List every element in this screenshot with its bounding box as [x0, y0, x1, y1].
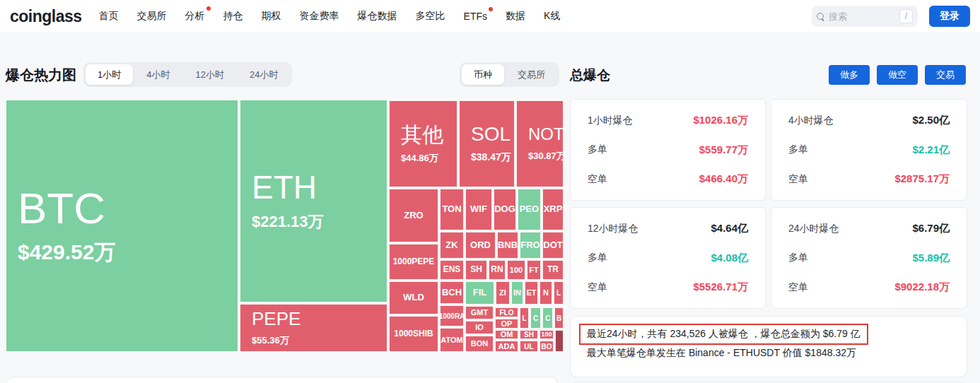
- treemap-tile-BTC[interactable]: BTC$429.52万: [6, 100, 238, 352]
- treemap-tile-ZRO[interactable]: ZRO: [389, 189, 438, 242]
- nav-item[interactable]: 数据: [506, 10, 525, 23]
- tile-symbol: BO: [542, 343, 552, 350]
- long-label: 多单: [788, 252, 808, 264]
- long-value: $2.21亿: [912, 143, 950, 157]
- treemap-tile-FRO[interactable]: FRO: [520, 232, 541, 259]
- nav-item[interactable]: 多空比: [416, 10, 445, 23]
- time-tab[interactable]: 24小时: [238, 64, 290, 85]
- time-tab[interactable]: 4小时: [134, 64, 182, 85]
- treemap-tile-BON[interactable]: BON: [465, 336, 494, 352]
- treemap-tile-ADA[interactable]: ADA: [495, 341, 518, 352]
- treemap-tile-WIF[interactable]: WIF: [465, 189, 492, 230]
- nav-item[interactable]: 首页: [99, 10, 119, 23]
- treemap-tile-ETH[interactable]: ETH$221.13万: [240, 100, 387, 302]
- tile-symbol: SH: [524, 331, 534, 338]
- time-tab[interactable]: 12小时: [183, 64, 235, 85]
- treemap-tile-UL[interactable]: UL: [520, 341, 538, 352]
- treemap-tile-OP[interactable]: OP: [495, 319, 518, 329]
- tile-symbol: ENS: [443, 265, 461, 274]
- treemap-tile-BO[interactable]: BO: [539, 341, 554, 352]
- treemap-tile-B[interactable]: B: [554, 307, 564, 329]
- treemap-tile-N[interactable]: N: [539, 281, 552, 305]
- logo[interactable]: coinglass: [10, 7, 82, 26]
- tile-symbol: N: [543, 288, 549, 297]
- treemap-tile-RN[interactable]: RN: [489, 260, 506, 280]
- treemap-tile-L[interactable]: L: [520, 307, 529, 329]
- treemap-tile-WLD[interactable]: WLD: [389, 281, 438, 314]
- long-button[interactable]: 做多: [829, 65, 870, 85]
- treemap-tile-TON[interactable]: TON: [440, 189, 464, 230]
- nav-item[interactable]: 期权: [262, 10, 281, 23]
- treemap-tile-其他[interactable]: 其他$44.86万: [389, 100, 457, 187]
- treemap-tile-100[interactable]: 100: [507, 260, 525, 280]
- treemap-tile-ET[interactable]: ET: [525, 281, 538, 305]
- long-value: $559.77万: [699, 143, 748, 157]
- treemap-tile-C[interactable]: C: [530, 307, 541, 329]
- treemap-tile-DOG[interactable]: DOG: [494, 189, 516, 230]
- tile-symbol: XRP: [544, 204, 563, 214]
- treemap-tile-1000RA[interactable]: 1000RA: [440, 305, 464, 326]
- card-total-value: $4.64亿: [711, 222, 748, 235]
- treemap-tile-IO[interactable]: IO: [465, 321, 494, 334]
- treemap-tile-XRP[interactable]: XRP: [542, 189, 564, 230]
- treemap-tile-PEO[interactable]: PEO: [518, 189, 541, 230]
- mode-tab[interactable]: 交易所: [506, 64, 557, 85]
- nav-item[interactable]: 爆仓数据: [358, 10, 397, 23]
- tile-symbol: C: [545, 314, 550, 322]
- search-shortcut-badge: /: [899, 9, 913, 23]
- tile-symbol: FLO: [500, 309, 514, 317]
- treemap-tile-TR[interactable]: TR: [542, 260, 564, 280]
- treemap-tile-FT[interactable]: FT: [527, 260, 541, 280]
- treemap-tile-FIL[interactable]: FIL: [465, 281, 494, 305]
- treemap-tile-ZI[interactable]: ZI: [496, 281, 510, 305]
- treemap-tile-OM[interactable]: OM: [495, 330, 518, 339]
- treemap-tile-BCH[interactable]: BCH: [440, 281, 464, 304]
- treemap-tile-SOL[interactable]: SOL$38.47万: [459, 100, 515, 187]
- treemap-tile-ZK[interactable]: ZK: [440, 232, 464, 259]
- trade-button[interactable]: 交易: [925, 65, 966, 85]
- treemap-tile-DOT[interactable]: DOT: [542, 232, 564, 259]
- time-tab[interactable]: 1小时: [86, 64, 133, 85]
- treemap-tile-SH[interactable]: SH: [465, 260, 487, 280]
- login-button[interactable]: 登录: [929, 6, 970, 27]
- tile-symbol: IO: [475, 323, 484, 331]
- treemap-tile-GMT[interactable]: GMT: [465, 306, 494, 319]
- treemap-tile-SH[interactable]: SH: [520, 330, 538, 339]
- card-12h: 12小时爆仓 $4.64亿 多单 $4.08亿 空单 $5526.71万: [570, 207, 766, 309]
- long-value: $4.08亿: [711, 252, 748, 265]
- nav-item[interactable]: ETFs: [464, 11, 487, 22]
- short-button[interactable]: 做空: [877, 65, 918, 85]
- nav-item[interactable]: 分析: [185, 10, 205, 23]
- tile-symbol: ET: [526, 288, 536, 297]
- nav-item[interactable]: 资金费率: [300, 10, 339, 23]
- search-box[interactable]: /: [812, 6, 918, 27]
- tile-symbol: BCH: [442, 288, 462, 297]
- treemap-tile-ORD[interactable]: ORD: [465, 232, 496, 259]
- treemap-tile-ATOM[interactable]: ATOM: [440, 328, 464, 352]
- nav-item[interactable]: K线: [544, 10, 560, 23]
- treemap-tile-PEPE[interactable]: PEPE$55.36万: [240, 304, 387, 352]
- treemap-tile-100[interactable]: 100: [539, 330, 554, 339]
- tile-symbol: DOG: [494, 204, 515, 214]
- nav-item[interactable]: 持仓: [223, 10, 243, 23]
- tile-value: $38.47万: [471, 151, 511, 164]
- treemap-tile-C[interactable]: C: [542, 307, 553, 329]
- treemap-tile-1000SHIB[interactable]: 1000SHIB: [389, 316, 438, 352]
- treemap-tile-BNB[interactable]: BNB: [497, 232, 518, 259]
- treemap-tile[interactable]: [555, 330, 564, 352]
- search-input[interactable]: [829, 11, 895, 22]
- tile-symbol: 1000PEPE: [393, 257, 435, 266]
- main-nav: 首页交易所分析持仓期权资金费率爆仓数据多空比ETFs数据K线: [99, 10, 561, 23]
- mode-tab[interactable]: 币种: [462, 64, 504, 85]
- treemap-tile-FLO[interactable]: FLO: [495, 307, 518, 317]
- tile-value: $30.87万: [528, 150, 564, 163]
- treemap-tile-NOT[interactable]: NOT$30.87万: [516, 100, 564, 187]
- treemap-tile-L[interactable]: L: [554, 281, 564, 305]
- card-total-value: $1026.16万: [693, 114, 748, 127]
- nav-item[interactable]: 交易所: [137, 10, 167, 23]
- tile-symbol: BON: [471, 339, 488, 348]
- treemap-tile-IN[interactable]: IN: [511, 281, 523, 305]
- treemap-tile-1000PEPE[interactable]: 1000PEPE: [389, 244, 438, 280]
- treemap-tile-ENS[interactable]: ENS: [440, 260, 464, 280]
- top-navbar: coinglass 首页交易所分析持仓期权资金费率爆仓数据多空比ETFs数据K线…: [0, 0, 980, 33]
